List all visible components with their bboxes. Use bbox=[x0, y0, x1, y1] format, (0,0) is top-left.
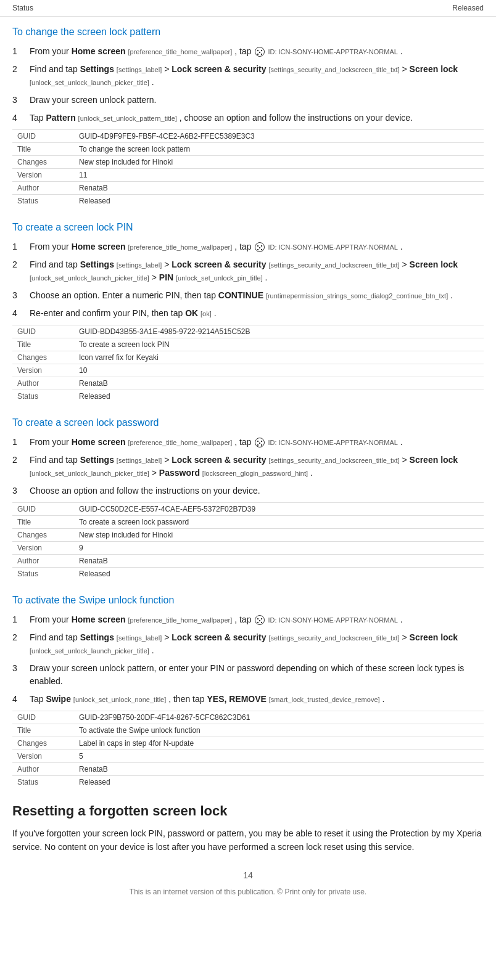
metadata-label: Version bbox=[12, 364, 74, 377]
bold-term: Settings bbox=[80, 259, 114, 269]
resetting-section: Resetting a forgotten screen lock If you… bbox=[0, 793, 496, 859]
metadata-row: Version10 bbox=[12, 364, 484, 377]
svg-point-3 bbox=[261, 54, 262, 55]
top-status-bar: Status Released bbox=[0, 0, 496, 17]
bold-term: Lock screen & security bbox=[172, 259, 266, 269]
step-text: Find and tap Settings [settings_label] >… bbox=[30, 454, 484, 480]
metadata-table-create-password: GUIDGUID-CC50D2CE-E557-4CAE-AEF5-5372F02… bbox=[12, 502, 484, 580]
bold-term: YES, REMOVE bbox=[207, 694, 266, 704]
bold-term: Pattern bbox=[46, 113, 75, 123]
step-item: 3Choose an option. Enter a numeric PIN, … bbox=[12, 289, 484, 302]
section-title-create-password: To create a screen lock password bbox=[12, 417, 484, 428]
metadata-value: New step included for Hinoki bbox=[74, 529, 484, 542]
small-ref-label: [settings_label] bbox=[117, 66, 162, 73]
section-title-create-pin: To create a screen lock PIN bbox=[12, 222, 484, 233]
step-item: 1From your Home screen [preference_title… bbox=[12, 240, 484, 253]
small-ref-label: [settings_security_and_lockscreen_title_… bbox=[268, 261, 399, 269]
status-value: Released bbox=[452, 4, 484, 12]
metadata-value: RenataB bbox=[74, 763, 484, 776]
bold-term: Settings bbox=[80, 64, 114, 74]
step-item: 2Find and tap Settings [settings_label] … bbox=[12, 454, 484, 480]
step-text: Draw your screen unlock pattern, or ente… bbox=[30, 662, 484, 688]
svg-point-17 bbox=[257, 622, 258, 623]
metadata-value: Released bbox=[74, 195, 484, 208]
status-label: Status bbox=[12, 4, 33, 12]
step-number: 4 bbox=[12, 112, 25, 125]
small-ref-label: [unlock_set_unlock_none_title] bbox=[73, 696, 166, 703]
small-ref-label: ID: ICN-SONY-HOME-APPTRAY-NORMAL bbox=[266, 439, 398, 446]
metadata-row: GUIDGUID-BDD43B55-3A1E-4985-9722-9214A51… bbox=[12, 325, 484, 338]
small-ref-label: [unlock_set_unlock_launch_picker_title] bbox=[30, 647, 149, 655]
metadata-row: TitleTo create a screen lock password bbox=[12, 516, 484, 529]
step-number: 2 bbox=[12, 631, 25, 657]
metadata-value: 11 bbox=[74, 169, 484, 182]
step-number: 2 bbox=[12, 258, 25, 284]
page: Status Released To change the screen loc… bbox=[0, 0, 496, 907]
metadata-label: Title bbox=[12, 338, 74, 351]
metadata-label: Author bbox=[12, 555, 74, 568]
metadata-row: TitleTo create a screen lock PIN bbox=[12, 338, 484, 351]
svg-point-19 bbox=[259, 620, 260, 621]
metadata-row: ChangesIcon varref fix for Keyaki bbox=[12, 351, 484, 364]
metadata-row: AuthorRenataB bbox=[12, 377, 484, 390]
bold-term: OK bbox=[185, 308, 198, 318]
steps-list-change-lock-pattern: 1From your Home screen [preference_title… bbox=[12, 45, 484, 125]
metadata-label: GUID bbox=[12, 711, 74, 724]
svg-point-0 bbox=[257, 50, 258, 51]
small-ref-label: [unlock_set_unlock_launch_picker_title] bbox=[30, 470, 149, 477]
svg-point-8 bbox=[261, 249, 262, 250]
metadata-value: Label in caps in step 4for N-update bbox=[74, 737, 484, 750]
bold-term: Settings bbox=[80, 455, 114, 465]
svg-point-11 bbox=[261, 441, 262, 442]
metadata-row: StatusReleased bbox=[12, 776, 484, 789]
step-number: 3 bbox=[12, 94, 25, 107]
svg-point-7 bbox=[257, 249, 258, 250]
metadata-row: TitleTo change the screen lock pattern bbox=[12, 143, 484, 156]
metadata-value: GUID-CC50D2CE-E557-4CAE-AEF5-5372F02B7D3… bbox=[74, 503, 484, 516]
step-item: 3Draw your screen unlock pattern, or ent… bbox=[12, 662, 484, 688]
metadata-value: GUID-4D9F9FE9-FB5F-4CE2-A6B2-FFEC5389E3C… bbox=[74, 130, 484, 143]
svg-point-4 bbox=[259, 52, 260, 53]
app-tray-icon bbox=[255, 242, 265, 252]
metadata-label: Status bbox=[12, 390, 74, 403]
bold-term: PIN bbox=[159, 272, 173, 282]
metadata-value: To create a screen lock password bbox=[74, 516, 484, 529]
step-text: Find and tap Settings [settings_label] >… bbox=[30, 631, 484, 657]
step-item: 2Find and tap Settings [settings_label] … bbox=[12, 63, 484, 89]
step-text: From your Home screen [preference_title_… bbox=[30, 613, 484, 626]
svg-point-1 bbox=[261, 50, 262, 51]
metadata-row: StatusReleased bbox=[12, 195, 484, 208]
bold-term: Screen lock bbox=[410, 632, 458, 642]
metadata-row: StatusReleased bbox=[12, 390, 484, 403]
small-ref-label: [preference_title_home_wallpaper] bbox=[128, 243, 233, 251]
step-number: 3 bbox=[12, 484, 25, 497]
metadata-row: Version11 bbox=[12, 169, 484, 182]
steps-list-create-password: 1From your Home screen [preference_title… bbox=[12, 436, 484, 497]
small-ref-label: [unlock_set_unlock_pattern_title] bbox=[78, 115, 177, 122]
small-ref-label: [preference_title_home_wallpaper] bbox=[128, 48, 233, 55]
metadata-value: GUID-BDD43B55-3A1E-4985-9722-9214A515C52… bbox=[74, 325, 484, 338]
metadata-row: TitleTo activate the Swipe unlock functi… bbox=[12, 724, 484, 737]
step-number: 1 bbox=[12, 240, 25, 253]
step-item: 2Find and tap Settings [settings_label] … bbox=[12, 258, 484, 284]
step-item: 4Tap Pattern [unlock_set_unlock_pattern_… bbox=[12, 112, 484, 125]
small-ref-label: [lockscreen_glogin_password_hint] bbox=[202, 470, 308, 477]
metadata-label: Title bbox=[12, 143, 74, 156]
metadata-row: StatusReleased bbox=[12, 568, 484, 581]
small-ref-label: [smart_lock_trusted_device_remove] bbox=[269, 696, 380, 703]
step-text: Choose an option. Enter a numeric PIN, t… bbox=[30, 289, 484, 302]
small-ref-label: ID: ICN-SONY-HOME-APPTRAY-NORMAL bbox=[266, 48, 398, 55]
metadata-row: ChangesNew step included for Hinoki bbox=[12, 156, 484, 169]
svg-point-10 bbox=[257, 441, 258, 442]
small-ref-label: [preference_title_home_wallpaper] bbox=[128, 616, 233, 624]
metadata-row: Version5 bbox=[12, 750, 484, 763]
step-number: 2 bbox=[12, 454, 25, 480]
metadata-table-create-pin: GUIDGUID-BDD43B55-3A1E-4985-9722-9214A51… bbox=[12, 325, 484, 402]
step-number: 4 bbox=[12, 307, 25, 320]
step-item: 1From your Home screen [preference_title… bbox=[12, 613, 484, 626]
svg-point-15 bbox=[257, 618, 258, 619]
metadata-value: 9 bbox=[74, 542, 484, 555]
small-ref-label: [unlock_set_unlock_launch_picker_title] bbox=[30, 274, 149, 282]
metadata-label: Author bbox=[12, 182, 74, 195]
section-create-pin: To create a screen lock PIN1From your Ho… bbox=[0, 212, 496, 407]
